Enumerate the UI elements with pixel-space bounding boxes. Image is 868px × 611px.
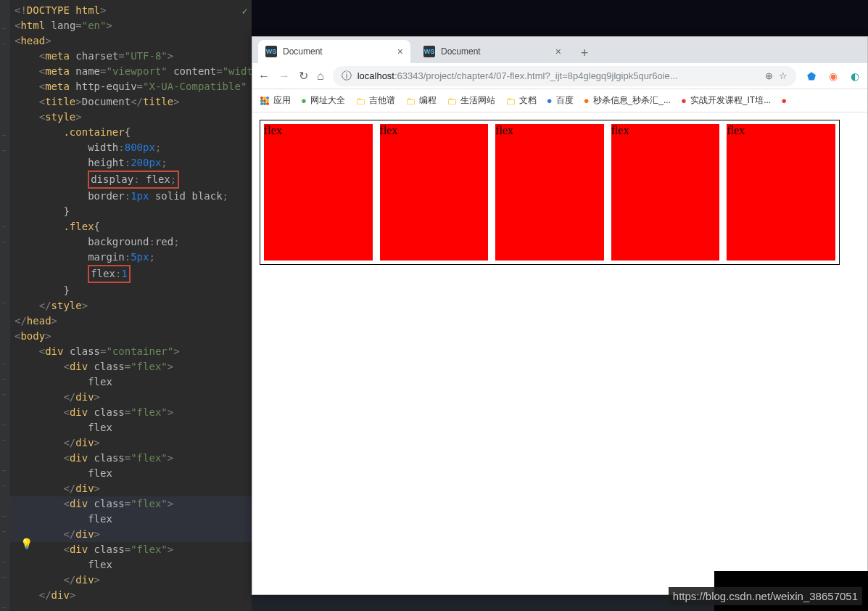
browser-tab[interactable]: WSDocument× <box>416 40 569 63</box>
code-line[interactable]: </div> <box>10 435 252 451</box>
fold-icon[interactable]: − <box>1 234 6 250</box>
code-line[interactable]: </div> <box>10 527 252 542</box>
svg-point-8 <box>266 102 269 105</box>
bookmark-item[interactable]: ●网址大全 <box>301 94 345 107</box>
bookmark-item[interactable]: ●秒杀信息_秒杀汇_... <box>584 94 671 107</box>
back-icon[interactable]: ← <box>258 70 270 83</box>
fold-icon[interactable]: − <box>1 387 6 402</box>
code-line[interactable]: flex <box>10 512 252 527</box>
code-line[interactable]: </div> <box>10 588 252 603</box>
url-bar[interactable]: ⓘ localhost:63343/project/chapter4/07-fl… <box>333 66 796 86</box>
reload-icon[interactable]: ↻ <box>299 69 308 83</box>
close-icon[interactable]: × <box>555 46 561 57</box>
bookmark-item[interactable]: 🗀文档 <box>505 94 537 107</box>
code-line[interactable]: flex <box>10 420 252 435</box>
code-line[interactable]: <div class="flex"> <box>10 451 252 466</box>
bookmark-item[interactable]: ●实战开发课程_IT培... <box>681 94 771 107</box>
star-icon[interactable]: ☆ <box>779 70 788 81</box>
code-line[interactable]: <body> <box>10 329 252 344</box>
code-line[interactable]: <meta name="viewport" content="width <box>10 64 252 79</box>
bulb-icon[interactable]: 💡 <box>20 536 33 551</box>
fold-icon[interactable]: − <box>1 463 6 478</box>
code-line[interactable]: margin:5px; <box>10 250 252 265</box>
fold-icon[interactable]: − <box>1 356 6 372</box>
tab-title: Document <box>441 46 481 57</box>
code-line[interactable]: flex <box>10 557 252 573</box>
new-tab-button[interactable]: + <box>574 43 595 63</box>
close-icon[interactable]: × <box>397 46 403 57</box>
fold-icon[interactable]: − <box>1 128 6 143</box>
bookmark-item[interactable]: 🗀编程 <box>405 94 437 107</box>
code-line[interactable]: </div> <box>10 573 252 588</box>
code-editor-pane[interactable]: ✓ <!DOCTYPE html><html lang="en"><head> … <box>0 0 252 611</box>
code-line[interactable]: <html lang="en"> <box>10 18 252 33</box>
code-line[interactable]: <title>Document</title> <box>10 94 252 110</box>
fold-icon[interactable]: − <box>1 143 6 158</box>
ext-icon-2[interactable]: ◉ <box>827 70 840 83</box>
bookmark-item[interactable]: 应用 <box>260 94 291 107</box>
code-line[interactable]: width:800px; <box>10 140 252 155</box>
code-line[interactable]: <div class="flex"> <box>10 405 252 420</box>
fold-icon[interactable]: − <box>1 21 6 36</box>
bookmark-item[interactable]: ●百度 <box>547 94 574 107</box>
fold-icon[interactable]: − <box>1 372 6 387</box>
bookmark-icon: ● <box>584 95 590 106</box>
fold-icon[interactable]: − <box>1 509 6 524</box>
fold-icon[interactable]: − <box>1 570 6 585</box>
fold-icon[interactable]: − <box>1 417 6 432</box>
bookmark-label: 应用 <box>273 94 291 107</box>
fold-icon[interactable]: − <box>1 554 6 570</box>
flex-item: flex <box>380 124 489 261</box>
code-line[interactable]: </div> <box>10 481 252 496</box>
forward-icon[interactable]: → <box>278 70 290 83</box>
code-line[interactable]: <div class="flex"> <box>10 359 252 374</box>
ext-icon-3[interactable]: ◐ <box>848 70 861 83</box>
code-line[interactable]: display: flex; <box>10 171 252 189</box>
code-line[interactable]: .flex{ <box>10 219 252 234</box>
bookmark-icon: ● <box>681 95 687 106</box>
code-line[interactable]: </div> <box>10 390 252 405</box>
bookmark-item[interactable]: ● <box>781 95 790 106</box>
bookmark-label: 文档 <box>519 94 537 107</box>
bookmark-item[interactable]: 🗀生活网站 <box>447 94 495 107</box>
info-icon[interactable]: ⓘ <box>342 70 352 83</box>
fold-icon[interactable]: − <box>1 219 6 234</box>
code-line[interactable]: <div class="flex"> <box>10 542 252 557</box>
code-line[interactable]: .container{ <box>10 125 252 140</box>
code-line[interactable]: </head> <box>10 313 252 329</box>
code-line[interactable]: <!DOCTYPE html> <box>10 3 252 18</box>
tab-favicon-icon: WS <box>265 46 277 57</box>
code-line[interactable]: <head> <box>10 33 252 49</box>
code-line[interactable]: flex:1 <box>10 265 252 283</box>
fold-icon[interactable]: − <box>1 600 6 611</box>
code-line[interactable]: height:200px; <box>10 155 252 171</box>
code-line[interactable]: border:1px solid black; <box>10 189 252 204</box>
fold-icon[interactable]: − <box>1 295 6 311</box>
page-viewport: flexflexflexflexflex <box>252 112 867 272</box>
url-text: localhost:63343/project/chapter4/07-flex… <box>357 70 678 81</box>
code-line[interactable]: flex <box>10 466 252 481</box>
svg-point-5 <box>266 99 269 102</box>
watermark-text: https://blog.csdn.net/weixin_38657051 <box>669 587 862 605</box>
translate-icon[interactable]: ⊕ <box>765 70 773 81</box>
fold-icon[interactable]: − <box>1 524 6 539</box>
code-line[interactable]: <meta charset="UTF-8"> <box>10 49 252 64</box>
fold-icon[interactable]: − <box>1 478 6 493</box>
code-line[interactable]: } <box>10 283 252 298</box>
svg-point-1 <box>263 97 266 99</box>
bookmark-icon: ● <box>547 95 553 106</box>
code-line[interactable]: <style> <box>10 110 252 125</box>
fold-icon[interactable]: − <box>1 432 6 448</box>
code-line[interactable]: } <box>10 204 252 219</box>
ext-icon-1[interactable]: ⬟ <box>805 70 818 83</box>
bookmark-item[interactable]: 🗀吉他谱 <box>355 94 395 107</box>
code-line[interactable]: <div class="flex"> <box>10 496 252 512</box>
code-line[interactable]: flex <box>10 374 252 390</box>
code-line[interactable]: </style> <box>10 298 252 313</box>
code-line[interactable]: <meta http-equiv="X-UA-Compatible" c <box>10 79 252 94</box>
home-icon[interactable]: ⌂ <box>317 70 324 83</box>
code-line[interactable]: <div class="container"> <box>10 344 252 359</box>
fold-icon[interactable]: − <box>1 36 6 52</box>
browser-tab[interactable]: WSDocument× <box>258 40 410 63</box>
code-line[interactable]: background:red; <box>10 234 252 250</box>
